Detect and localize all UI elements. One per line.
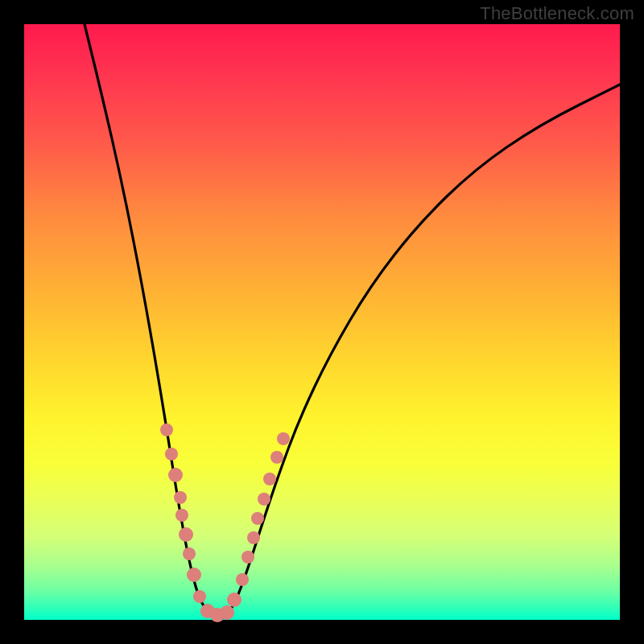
data-point xyxy=(183,547,196,560)
chart-svg xyxy=(24,24,620,620)
data-point xyxy=(174,491,187,504)
data-point xyxy=(160,423,173,436)
data-point xyxy=(227,592,242,607)
data-point xyxy=(168,468,183,482)
data-point xyxy=(165,448,178,460)
data-point xyxy=(247,531,260,544)
data-point xyxy=(251,512,264,525)
data-point xyxy=(175,509,188,522)
data-point xyxy=(258,493,270,506)
data-point xyxy=(263,473,276,485)
data-points xyxy=(160,423,290,622)
chart-frame: TheBottleneck.com xyxy=(0,0,644,644)
data-point xyxy=(220,605,234,620)
data-point xyxy=(270,451,283,464)
curve-left xyxy=(85,24,214,617)
data-point xyxy=(193,590,206,603)
data-point xyxy=(242,551,254,564)
data-point xyxy=(187,568,201,582)
watermark-text: TheBottleneck.com xyxy=(480,3,634,24)
data-point xyxy=(179,527,193,542)
curve-right xyxy=(224,85,620,617)
plot-area xyxy=(24,24,620,620)
data-point xyxy=(277,432,290,445)
data-point xyxy=(236,573,249,586)
